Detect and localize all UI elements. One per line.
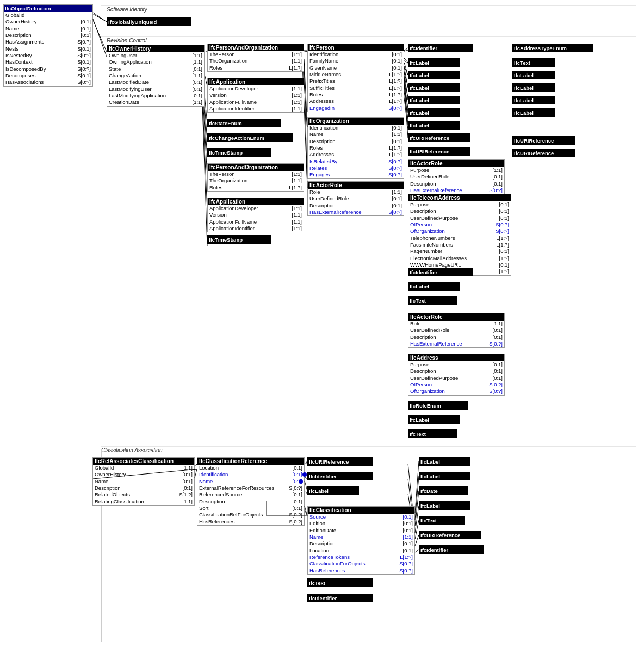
class-title: IfcActorRole (408, 313, 504, 321)
class-IfcOrganization: IfcOrganization Identification[0:1] Name… (307, 117, 404, 179)
attr-row: ThePerson[1:1] (208, 171, 304, 177)
attr-row: OfPersonS[0:?] (408, 381, 504, 388)
attr-row: GlobalId[1:1] (93, 465, 194, 471)
attr-row: Role[1:1] (308, 189, 404, 195)
attr-row: IsDecomposedByS[0:?] (4, 66, 92, 72)
bar-IfcLabel-class4: IfcLabel (419, 501, 470, 510)
attr-row: EngagesS[0:?] (308, 171, 404, 178)
attr-row: OfPersonS[0:?] (408, 221, 511, 228)
attr-row: EditionDate[0:1] (308, 527, 414, 534)
attr-row: Description[0:1] (4, 32, 92, 39)
attr-row: Name[0:1] (4, 26, 92, 32)
attr-row: Source[0:1] (308, 514, 414, 520)
class-IfcOwnerHistory: IfcOwnerHistory OwningUser[1:1] OwningAp… (107, 45, 205, 107)
attr-row: HasReferencesS[0:?] (197, 519, 304, 525)
class-title-IfcOrganization: IfcOrganization (308, 118, 404, 125)
attr-row: Description[0:1] (408, 368, 504, 374)
bar-IfcLabel-class: IfcLabel (307, 486, 359, 495)
bar-IfcIdentifier2: IfcIdentifier (408, 268, 473, 276)
attr-row: HasAssignmentsS[0:?] (4, 39, 92, 45)
class-IfcClassificationReference: IfcClassificationReference Location[0:1]… (197, 457, 305, 526)
attr-row: HasExternalReferenceS[0:?] (308, 209, 404, 215)
bar-IfcLabel-right3: IfcLabel (512, 96, 555, 104)
svg-line-64 (404, 84, 408, 138)
attr-row: RelatedObjectsS[1:?] (93, 491, 194, 498)
attr-row: ReferenceTokensL[1:?] (308, 554, 414, 560)
bar-IfcGloballyUniqueId: IfcGloballyUniqueId (107, 17, 191, 26)
blue-dot-indicator (299, 479, 303, 484)
attr-row: AddressesL[1:?] (308, 98, 404, 104)
attr-row: Identification[0:1] (197, 471, 304, 478)
attr-row: SuffixTitlesL[1:?] (308, 85, 404, 91)
bar-IfcDate: IfcDate (419, 486, 468, 495)
attr-row: OwnerHistory[0:1] (4, 19, 92, 25)
attr-row: Role[1:1] (408, 321, 504, 327)
bar-IfcLabel7: IfcLabel (408, 282, 460, 291)
attr-row: RelatesS[0:?] (308, 165, 404, 171)
bar-IfcText-class: IfcText (419, 516, 465, 525)
bar-IfcURIReference-right1: IfcURIReference (512, 136, 575, 145)
class-title-IfcObjectDefinition: IfcObjectDefinition (4, 5, 92, 12)
attr-row: OfOrganizationS[0:?] (408, 228, 511, 235)
svg-line-53 (93, 19, 107, 57)
bar-IfcChangeActionEnum: IfcChangeActionEnum (207, 133, 293, 142)
bar-IfcIdentifier-class: IfcIdentifier (307, 472, 373, 480)
attr-row: Description[0:1] (308, 540, 414, 547)
attr-row: UserDefinedPurpose[0:1] (408, 375, 504, 381)
attr-row: ClassificationForObjectsS[0:?] (308, 560, 414, 567)
attr-row: OwningApplication[1:1] (107, 59, 204, 65)
attr-row: HasExternalReferenceS[0:?] (408, 187, 504, 194)
attr-row: Description[0:1] (408, 208, 511, 214)
bar-IfcLabel1: IfcLabel (408, 58, 460, 67)
attr-row: ThePerson[1:1] (208, 51, 304, 58)
svg-line-61 (404, 71, 408, 100)
attr-row: ApplicationFullName[1:1] (208, 219, 304, 225)
class-title: IfcApplication (208, 198, 304, 205)
bar-IfcLabel-right1: IfcLabel (512, 71, 555, 79)
label-software-identity: Software Identity (107, 7, 147, 13)
attr-row: IsNestedByS[0:?] (4, 52, 92, 59)
bar-IfcText1: IfcText (408, 296, 457, 305)
attr-row: NestsS[0:1] (4, 46, 92, 52)
attr-row: ApplicationIdentifier[1:1] (208, 106, 304, 112)
attr-row: LastModifyingApplication[0:1] (107, 93, 204, 99)
attr-row: UserDefinedPurpose[0:1] (408, 215, 511, 221)
bar-IfcText2: IfcText (408, 429, 457, 438)
attr-row: RelatingClassification[1:1] (93, 498, 194, 505)
attr-row: Name[0:1] (93, 478, 194, 485)
class-title-IfcClassificationReference: IfcClassificationReference (197, 458, 304, 465)
class-title: IfcPersonAndOrganization (208, 164, 304, 171)
attr-row: Location[0:1] (197, 465, 304, 471)
bar-IfcIdentifier-bottom: IfcIdentifier (307, 594, 373, 602)
class-title: IfcPersonAndOrganization (208, 44, 304, 51)
attr-row: PrefixTitlesL[1:?] (308, 78, 404, 84)
bar-IfcRoleEnum: IfcRoleEnum (408, 401, 468, 410)
bar-IfcLabel3: IfcLabel (408, 83, 460, 92)
attr-row: Name[1:1] (308, 534, 414, 540)
svg-line-59 (404, 63, 408, 75)
attr-row: ClassificationRefForObjectsS[0:?] (197, 512, 304, 518)
attr-row: FamilyName[0:1] (308, 58, 404, 64)
svg-line-52 (93, 13, 107, 22)
bar-IfcIdentifier-class2: IfcIdentifier (419, 545, 484, 554)
attr-row: HasContextS[0:1] (4, 59, 92, 65)
class-IfcPerson: IfcPerson Identification[0:1] FamilyName… (307, 44, 404, 112)
attr-row: ApplicationFullName[1:1] (208, 99, 304, 106)
attr-row: AddressesL[1:?] (308, 151, 404, 158)
attr-row: Name[1:1] (308, 131, 404, 138)
attr-row: Description[0:1] (93, 485, 194, 491)
attr-row: TheOrganization[1:1] (208, 58, 304, 64)
svg-line-0 (92, 14, 107, 22)
bar-IfcURIRef-class: IfcURIReference (307, 457, 373, 466)
attr-row: GivenName[0:1] (308, 65, 404, 71)
class-IfcObjectDefinition: IfcObjectDefinition GlobalId OwnerHistor… (3, 4, 93, 87)
bar-IfcURIReference2: IfcURIReference (408, 147, 470, 156)
svg-line-62 (404, 76, 408, 113)
bar-IfcText-bottom: IfcText (307, 578, 373, 587)
attr-row: EngagedInS[0:?] (308, 105, 404, 112)
bar-IfcLabel-class2: IfcLabel (419, 457, 470, 466)
bar-IfcLabel-right4: IfcLabel (512, 108, 555, 117)
attr-row: ReferencedSource[0:1] (197, 491, 304, 498)
bar-IfcLabel5: IfcLabel (408, 108, 460, 117)
attr-row: Purpose[0:1] (408, 201, 511, 208)
